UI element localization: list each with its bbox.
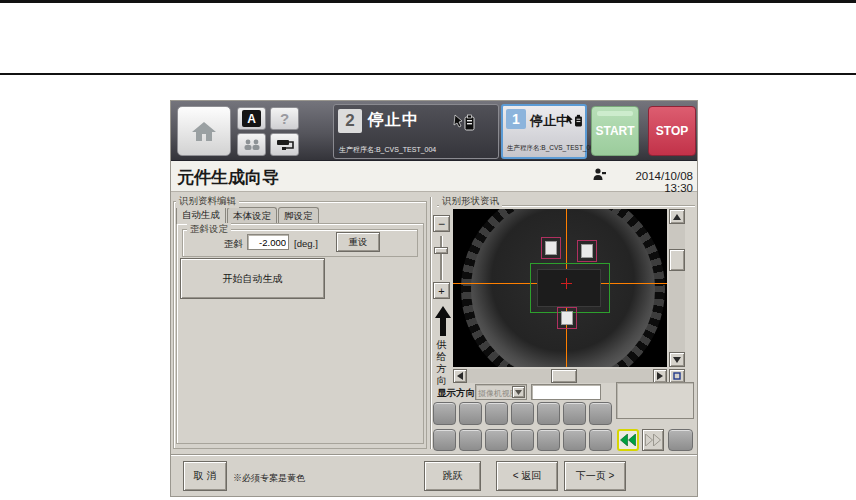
skew-field-label: 歪斜	[224, 238, 243, 251]
center-mark-v	[566, 278, 567, 289]
vscroll-down-button[interactable]	[669, 352, 685, 367]
vscroll-up-button[interactable]	[669, 209, 685, 224]
stop-button[interactable]: STOP	[648, 106, 696, 156]
up-arrow-icon	[673, 214, 681, 220]
result-display-box	[616, 382, 694, 419]
footer-divider	[171, 454, 697, 455]
machine2-program-name: 生产程序名:B_CVS_TEST_004	[339, 145, 436, 155]
document-header-rule	[0, 73, 856, 75]
skew-value-input[interactable]	[247, 234, 289, 250]
machine-hmi-screenshot: A ? 2 停止中	[170, 100, 698, 497]
function-button-15[interactable]	[668, 429, 693, 451]
right-arrow-icon	[657, 372, 663, 380]
machine1-program-name: 生产程序名:B_CVS_TEST_004	[507, 144, 597, 153]
camera-viewport[interactable]	[453, 209, 667, 367]
help-button[interactable]: ?	[270, 107, 299, 130]
cancel-button[interactable]: 取 消	[183, 461, 227, 491]
tab-body-setting[interactable]: 本体设定	[227, 207, 277, 224]
operator-icon	[592, 167, 607, 182]
function-button-2[interactable]	[459, 402, 482, 425]
function-button-13[interactable]	[563, 429, 586, 451]
camera-switch-button[interactable]	[669, 369, 685, 383]
network-button[interactable]	[270, 133, 299, 156]
skew-unit-label: [deg.]	[294, 238, 318, 249]
function-button-12[interactable]	[537, 429, 560, 451]
machine1-status-panel[interactable]: 1 停止中 生产程序名:B_CVS_TEST_004	[501, 104, 587, 159]
display-direction-label: 显示方向	[437, 387, 475, 400]
language-a-icon: A	[242, 110, 261, 127]
supply-direction-label: 供给方向	[435, 339, 448, 387]
start-button[interactable]: START	[591, 106, 639, 156]
machine1-status-text: 停止中	[530, 112, 569, 130]
down-arrow-icon	[673, 357, 681, 363]
start-led-strip	[597, 111, 633, 116]
component-outline-green	[530, 263, 610, 313]
function-button-7[interactable]	[589, 402, 612, 425]
home-icon	[191, 120, 217, 142]
home-button[interactable]	[177, 106, 231, 156]
skew-reset-button[interactable]: 重设	[336, 232, 380, 252]
machine2-status-text: 停止中	[368, 110, 419, 131]
function-button-3[interactable]	[485, 402, 508, 425]
machine2-number: 2	[338, 109, 362, 133]
machine1-number: 1	[506, 109, 526, 129]
machine2-mode-icon	[452, 113, 478, 133]
lead-1	[545, 241, 557, 255]
start-button-label: START	[595, 124, 634, 138]
title-bar: 元件生成向导 2014/10/08 13:30	[171, 161, 697, 192]
view-select-dropdown-button[interactable]	[512, 386, 525, 398]
hscroll-right-button[interactable]	[653, 369, 667, 383]
recognition-data-group-label: 识别资料编辑	[176, 195, 239, 208]
function-button-8[interactable]	[433, 429, 456, 451]
step-back-button[interactable]	[617, 429, 639, 451]
jump-button[interactable]: 跳跃	[424, 461, 481, 491]
start-auto-generate-button[interactable]: 开始自动生成	[180, 258, 325, 299]
datetime-display: 2014/10/08 13:30	[609, 170, 693, 194]
lead-2	[581, 244, 593, 258]
chevron-down-icon	[515, 390, 522, 395]
help-icon: ?	[280, 110, 289, 127]
skew-group-label: 歪斜设定	[187, 223, 231, 236]
language-button[interactable]: A	[237, 107, 266, 130]
lead-3	[561, 311, 573, 325]
machine1-mode-icon	[565, 113, 585, 129]
camera-switch-icon	[673, 372, 681, 380]
toolbar: A ? 2 停止中	[171, 101, 697, 161]
next-button[interactable]: 下一页 >	[564, 461, 626, 491]
required-note: ※必须专案是黄色	[233, 472, 305, 485]
page-title: 元件生成向导	[177, 166, 279, 189]
operators-button[interactable]	[237, 133, 266, 156]
function-button-9[interactable]	[459, 429, 482, 451]
network-cable-icon	[275, 138, 295, 152]
vscroll-thumb[interactable]	[669, 249, 685, 271]
left-arrow-icon	[457, 372, 463, 380]
function-button-6[interactable]	[563, 402, 586, 425]
hscroll-left-button[interactable]	[453, 369, 467, 383]
zoom-slider-track[interactable]	[440, 236, 442, 280]
hscroll-thumb[interactable]	[551, 369, 577, 383]
function-button-11[interactable]	[511, 429, 534, 451]
view-select[interactable]: 摄像机视图	[475, 384, 527, 400]
function-button-1[interactable]	[433, 402, 456, 425]
function-button-14[interactable]	[589, 429, 612, 451]
stop-button-label: STOP	[656, 124, 688, 138]
zoom-slider-thumb[interactable]	[434, 247, 448, 254]
supply-direction-arrow-icon	[434, 306, 452, 336]
machine2-status-panel[interactable]: 2 停止中 生产程序名:B_CVS_TEST_004	[333, 104, 499, 159]
step-forward-button[interactable]	[642, 429, 664, 451]
function-button-10[interactable]	[485, 429, 508, 451]
tab-lead-setting[interactable]: 脚设定	[278, 207, 319, 224]
function-button-5[interactable]	[537, 402, 560, 425]
zoom-in-button[interactable]: +	[433, 282, 450, 299]
back-button[interactable]: < 返回	[496, 461, 558, 491]
camera-vscrollbar[interactable]	[669, 209, 685, 367]
function-button-4[interactable]	[511, 402, 534, 425]
panel-divider	[430, 197, 431, 449]
camera-hscrollbar[interactable]	[453, 369, 667, 383]
operators-icon	[242, 139, 262, 151]
zoom-out-button[interactable]: −	[433, 215, 450, 232]
document-top-rule	[0, 0, 856, 3]
double-right-outline-icon	[645, 434, 661, 446]
display-value-field[interactable]	[531, 384, 601, 400]
shape-info-group-label: 识别形状资讯	[439, 195, 502, 208]
